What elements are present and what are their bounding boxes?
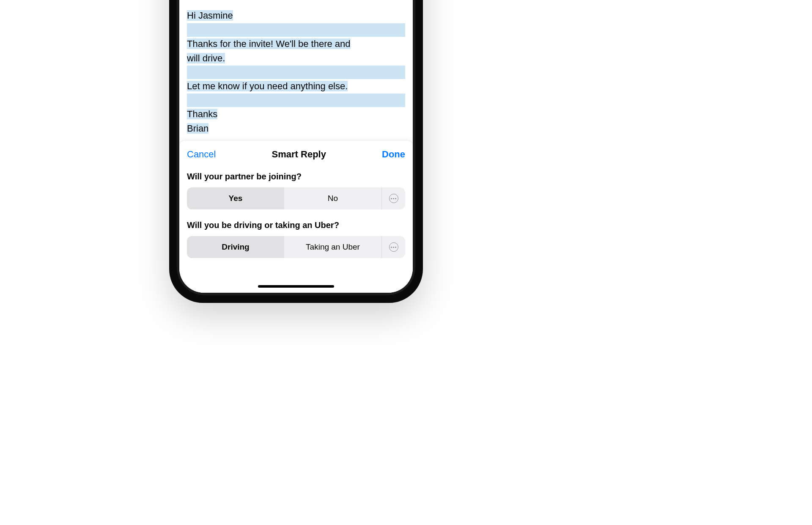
email-greeting: Hi Jasmine	[187, 10, 233, 21]
email-body: Hi Jasmine Thanks for the invite! We'll …	[179, 0, 413, 140]
segmented-control-partner: Yes No	[187, 187, 405, 209]
email-line3: Let me know if you need anything else.	[187, 81, 348, 91]
smart-reply-sheet: Cancel Smart Reply Done Will your partne…	[179, 140, 413, 293]
option-yes[interactable]: Yes	[187, 187, 284, 209]
option-no[interactable]: No	[284, 187, 381, 209]
ellipsis-icon	[389, 194, 398, 203]
question-prompt: Will you be driving or taking an Uber?	[187, 220, 405, 230]
more-options-button[interactable]	[381, 187, 405, 209]
email-line2: will drive.	[187, 53, 225, 63]
ellipsis-icon	[389, 242, 398, 252]
option-uber[interactable]: Taking an Uber	[284, 236, 381, 258]
email-closing2: Brian	[187, 123, 208, 134]
question-block-partner: Will your partner be joining? Yes No	[187, 172, 405, 209]
more-options-button[interactable]	[381, 236, 405, 258]
home-indicator[interactable]	[258, 285, 334, 288]
segmented-control-transport: Driving Taking an Uber	[187, 236, 405, 258]
phone-device: Hi Jasmine Thanks for the invite! We'll …	[169, 0, 423, 322]
cancel-button[interactable]: Cancel	[187, 149, 216, 160]
sheet-header: Cancel Smart Reply Done	[187, 149, 405, 160]
question-block-transport: Will you be driving or taking an Uber? D…	[187, 220, 405, 258]
sheet-title: Smart Reply	[272, 149, 326, 160]
email-closing1: Thanks	[187, 109, 217, 119]
email-line1: Thanks for the invite! We'll be there an…	[187, 38, 351, 49]
option-driving[interactable]: Driving	[187, 236, 284, 258]
phone-frame: Hi Jasmine Thanks for the invite! We'll …	[169, 0, 423, 303]
done-button[interactable]: Done	[382, 149, 405, 160]
question-prompt: Will your partner be joining?	[187, 172, 405, 181]
phone-screen: Hi Jasmine Thanks for the invite! We'll …	[179, 0, 413, 293]
